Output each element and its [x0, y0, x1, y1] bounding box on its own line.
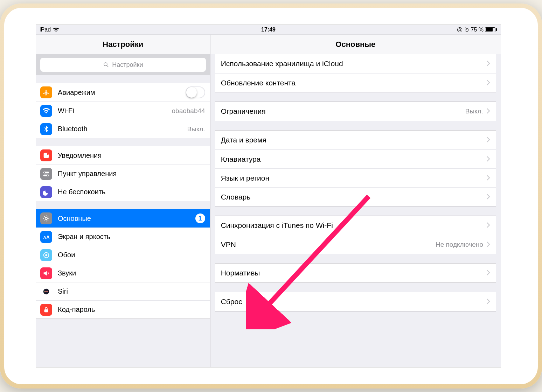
sidebar-item-label: Не беспокоить	[58, 188, 205, 196]
sidebar-item-label: Звуки	[58, 269, 205, 277]
detail-row-label: Дата и время	[221, 136, 483, 144]
detail-row-label: Нормативы	[221, 269, 483, 277]
detail-row-label: Использование хранилища и iCloud	[221, 59, 483, 68]
battery-icon	[485, 27, 497, 32]
chevron-right-icon	[487, 240, 490, 249]
sidebar-title: Настройки	[36, 35, 210, 54]
status-bar: iPad 17:49 75 %	[36, 25, 501, 35]
detail-row-regulatory[interactable]: Нормативы	[215, 264, 496, 282]
chevron-right-icon	[487, 136, 490, 144]
detail-row-itunessync[interactable]: Синхронизация с iTunes по Wi-Fi	[215, 216, 496, 235]
detail-row-label: Обновление контента	[221, 79, 483, 87]
chevron-right-icon	[487, 193, 490, 201]
detail-row-bgrefresh[interactable]: Обновление контента	[215, 73, 496, 92]
sidebar-item-controlcenter[interactable]: Пункт управления	[36, 164, 210, 183]
detail-row-storage[interactable]: Использование хранилища и iCloud	[215, 54, 496, 73]
wifi-status-icon	[53, 27, 59, 32]
svg-line-5	[468, 28, 468, 28]
svg-point-0	[457, 27, 462, 32]
chevron-right-icon	[487, 155, 490, 163]
chevron-right-icon	[487, 298, 490, 306]
chevron-right-icon	[487, 269, 490, 277]
sidebar-item-notifications[interactable]: Уведомления	[36, 146, 210, 164]
gear-icon	[40, 212, 52, 224]
detail-row-lang[interactable]: Язык и регион	[215, 168, 496, 187]
sidebar-item-wallpaper[interactable]: Обои	[36, 246, 210, 264]
sidebar-item-bt[interactable]: BluetoothВыкл.	[36, 120, 210, 138]
sidebar-item-label: Пункт управления	[58, 170, 205, 178]
sidebar-item-label: Основные	[58, 215, 193, 223]
svg-line-4	[465, 28, 465, 28]
chevron-right-icon	[487, 59, 490, 68]
search-icon	[103, 62, 109, 68]
sidebar-item-label: Авиарежим	[58, 89, 186, 97]
sidebar-item-label: Siri	[58, 287, 205, 295]
detail-row-keyboard[interactable]: Клавиатура	[215, 149, 496, 168]
svg-rect-20	[44, 309, 48, 312]
search-placeholder: Настройки	[112, 61, 143, 69]
detail-row-label: Язык и регион	[221, 174, 483, 182]
detail-row-dict[interactable]: Словарь	[215, 187, 496, 206]
alarm-icon	[464, 27, 470, 33]
detail-row-label: VPN	[221, 240, 436, 249]
split-view: Настройки Настройки АвиарежимWi-Fiobaoba…	[36, 35, 501, 367]
siri-icon	[40, 286, 52, 298]
sidebar-item-label: Экран и яркость	[58, 233, 205, 241]
orientation-lock-icon	[457, 27, 463, 33]
aa-icon: AA	[40, 231, 52, 243]
status-time: 17:49	[192, 27, 345, 33]
svg-point-14	[45, 217, 47, 219]
bell-icon	[40, 149, 52, 161]
detail-row-value: Выкл.	[465, 107, 483, 115]
detail-row-restrictions[interactable]: ОграниченияВыкл.	[215, 102, 496, 121]
sidebar-item-airplane[interactable]: Авиарежим	[36, 83, 210, 102]
sidebar-item-label: Уведомления	[58, 152, 205, 160]
search-input[interactable]: Настройки	[40, 58, 206, 72]
detail-pane: Основные Использование хранилища и iClou…	[210, 35, 501, 367]
wifi-icon	[40, 105, 52, 117]
sidebar-item-sounds[interactable]: Звуки	[36, 264, 210, 282]
sidebar-item-wifi[interactable]: Wi-Fiobaobab44	[36, 102, 210, 120]
sidebar-item-dnd[interactable]: Не беспокоить	[36, 183, 210, 201]
svg-point-9	[47, 153, 49, 155]
svg-point-18	[45, 254, 47, 256]
toggle-airplane[interactable]	[186, 86, 205, 98]
detail-row-label: Ограничения	[221, 107, 465, 115]
sidebar-item-label: Код-пароль	[58, 306, 205, 314]
bluetooth-icon	[40, 123, 52, 135]
detail-row-reset[interactable]: Сброс	[215, 292, 496, 311]
svg-point-13	[47, 175, 48, 176]
svg-line-7	[107, 65, 108, 67]
sidebar-item-general[interactable]: Основные1	[36, 209, 210, 227]
sidebar-item-display[interactable]: AAЭкран и яркость	[36, 227, 210, 246]
airplane-icon	[40, 86, 52, 98]
sidebar-item-passcode[interactable]: Код-пароль	[36, 300, 210, 318]
search-wrap: Настройки	[36, 54, 210, 75]
svg-point-11	[44, 172, 45, 173]
ipad-frame: iPad 17:49 75 %	[0, 4, 542, 388]
speaker-icon	[40, 267, 52, 279]
chevron-right-icon	[487, 79, 490, 87]
sidebar-item-siri[interactable]: Siri	[36, 282, 210, 300]
badge-count: 1	[195, 214, 205, 223]
device-bezel: iPad 17:49 75 %	[4, 8, 538, 384]
detail-row-value: Не подключено	[436, 241, 483, 248]
switches-icon	[40, 168, 52, 180]
sidebar-item-value: Выкл.	[187, 125, 205, 133]
chevron-right-icon	[487, 174, 490, 182]
sidebar: Настройки Настройки АвиарежимWi-Fiobaoba…	[36, 35, 210, 367]
screen: iPad 17:49 75 %	[36, 24, 501, 368]
detail-row-label: Клавиатура	[221, 155, 483, 163]
flower-icon	[40, 249, 52, 261]
svg-point-6	[104, 63, 107, 66]
detail-row-vpn[interactable]: VPNНе подключено	[215, 235, 496, 254]
lock-icon	[40, 304, 52, 316]
sidebar-item-label: Wi-Fi	[58, 107, 172, 115]
svg-text:A: A	[43, 235, 46, 239]
chevron-right-icon	[487, 221, 490, 230]
sidebar-item-label: Bluetooth	[58, 125, 187, 133]
moon-icon	[40, 186, 52, 198]
device-label: iPad	[40, 27, 51, 33]
detail-row-label: Сброс	[221, 298, 483, 306]
detail-row-datetime[interactable]: Дата и время	[215, 131, 496, 149]
